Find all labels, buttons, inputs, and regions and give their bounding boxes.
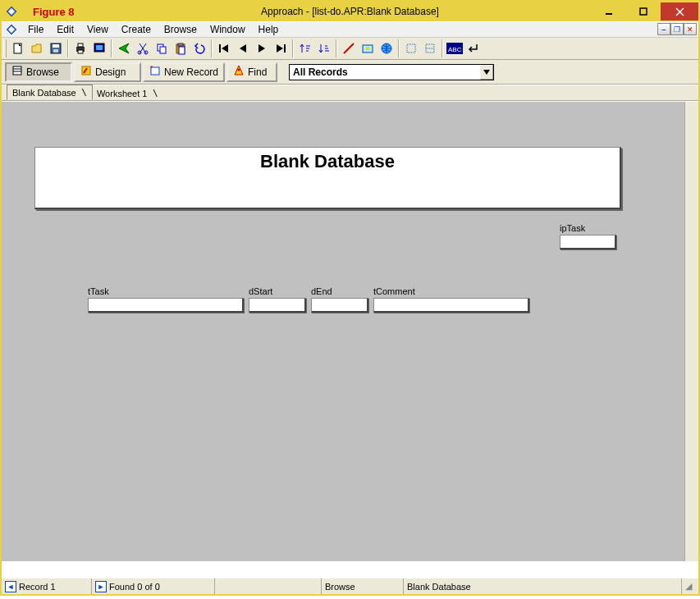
- svg-rect-23: [179, 47, 185, 54]
- svg-rect-29: [284, 44, 286, 53]
- next-page-icon[interactable]: ►: [95, 581, 107, 592]
- paste-icon[interactable]: [172, 39, 190, 57]
- find-mode-icon: [233, 65, 245, 79]
- abc-icon[interactable]: ABC: [446, 39, 464, 57]
- status-docname: Blank Database: [407, 582, 471, 592]
- sort-desc-icon[interactable]: [315, 39, 333, 57]
- design-mode-icon: [80, 65, 92, 79]
- dotted-square2-icon[interactable]: [421, 39, 439, 57]
- enter-icon[interactable]: [464, 39, 483, 57]
- status-mode: Browse: [325, 582, 355, 592]
- tabstrip: Blank Database \ Worksheet 1 \: [2, 85, 698, 101]
- menu-file[interactable]: File: [21, 22, 50, 37]
- last-record-icon[interactable]: [272, 39, 290, 57]
- mdi-close-button[interactable]: ✕: [684, 23, 697, 35]
- svg-rect-16: [96, 45, 103, 50]
- svg-marker-46: [483, 70, 490, 75]
- svg-rect-14: [78, 50, 83, 53]
- dotted-square-icon[interactable]: [402, 39, 420, 57]
- tab-worksheet-1[interactable]: Worksheet 1 \: [92, 86, 163, 100]
- svg-rect-22: [178, 43, 183, 46]
- input-tcomment[interactable]: [373, 298, 529, 313]
- toolbar-grip[interactable]: [3, 39, 7, 57]
- new-record-label: New Record: [164, 66, 218, 78]
- menu-browse[interactable]: Browse: [158, 22, 204, 37]
- globe-icon[interactable]: [377, 39, 396, 57]
- input-ttask[interactable]: [88, 298, 244, 313]
- input-iptask[interactable]: [560, 235, 616, 249]
- svg-point-32: [366, 47, 369, 50]
- svg-rect-20: [160, 47, 166, 53]
- svg-line-30: [344, 43, 354, 53]
- find-button[interactable]: Find: [226, 62, 277, 82]
- label-dend: dEnd: [311, 286, 332, 296]
- menu-create[interactable]: Create: [115, 22, 158, 37]
- cut-icon[interactable]: [134, 39, 152, 57]
- browse-mode-label: Browse: [26, 66, 59, 78]
- svg-rect-24: [219, 44, 221, 53]
- modebar: Browse Design New Record Find All Record…: [2, 60, 698, 85]
- browse-mode-button[interactable]: Browse: [5, 62, 72, 82]
- next-record-icon[interactable]: [253, 39, 271, 57]
- input-dend[interactable]: [311, 298, 368, 313]
- label-ttask: tTask: [88, 286, 109, 296]
- svg-marker-28: [277, 44, 283, 53]
- copy-icon[interactable]: [153, 39, 171, 57]
- insert-object-icon[interactable]: [359, 39, 377, 57]
- status-record: Record 1: [19, 582, 56, 592]
- svg-point-45: [238, 69, 240, 71]
- resize-grip-icon[interactable]: ◢: [685, 581, 692, 592]
- titlebar: Figure 8 Approach - [list-do.APR:Blank D…: [2, 2, 698, 21]
- menu-view[interactable]: View: [80, 22, 115, 37]
- tab2-label: Worksheet 1: [97, 89, 148, 98]
- new-file-icon[interactable]: [9, 39, 27, 57]
- send-icon[interactable]: [115, 39, 133, 57]
- print-preview-icon[interactable]: [90, 39, 108, 57]
- form-area: Blank Database ipTask tTask dStart dEnd …: [2, 101, 698, 561]
- prev-record-icon[interactable]: [234, 39, 252, 57]
- svg-point-18: [144, 51, 148, 54]
- tab1-label: Blank Database: [12, 88, 76, 98]
- undo-icon[interactable]: [190, 39, 208, 57]
- menubar: File Edit View Create Browse Window Help…: [2, 21, 698, 38]
- first-record-icon[interactable]: [215, 39, 233, 57]
- svg-rect-43: [151, 67, 159, 75]
- sort-asc-icon[interactable]: [296, 39, 314, 57]
- svg-rect-10: [53, 44, 59, 48]
- new-record-button[interactable]: New Record: [143, 62, 225, 82]
- vertical-scrollbar[interactable]: [684, 102, 698, 561]
- toolbar: ABC: [2, 38, 698, 60]
- input-dstart[interactable]: [249, 298, 306, 313]
- svg-marker-25: [222, 44, 228, 53]
- tab-divider: \: [76, 87, 87, 98]
- menu-edit[interactable]: Edit: [50, 22, 80, 37]
- prev-page-icon[interactable]: ◄: [5, 581, 16, 592]
- design-mode-label: Design: [95, 66, 126, 78]
- form-title: Blank Database: [260, 151, 395, 171]
- mdi-restore-button[interactable]: ❐: [670, 23, 684, 35]
- label-tcomment: tComment: [373, 286, 415, 296]
- form-title-box: Blank Database: [34, 147, 621, 209]
- no-filter-icon[interactable]: [340, 39, 358, 57]
- svg-rect-39: [13, 66, 21, 75]
- save-icon[interactable]: [47, 39, 65, 57]
- browse-mode-icon: [11, 65, 23, 79]
- chevron-down-icon: [480, 65, 493, 80]
- design-mode-button[interactable]: Design: [74, 62, 141, 82]
- menu-window[interactable]: Window: [204, 22, 252, 37]
- label-dstart: dStart: [249, 286, 272, 296]
- mdi-minimize-button[interactable]: ‒: [657, 23, 670, 35]
- doc-icon: [5, 23, 18, 36]
- records-combo[interactable]: All Records: [289, 64, 494, 80]
- print-icon[interactable]: [71, 39, 89, 57]
- menu-help[interactable]: Help: [252, 22, 286, 37]
- find-label: Find: [248, 66, 267, 78]
- status-found: Found 0 of 0: [109, 582, 160, 592]
- records-combo-value: All Records: [293, 66, 348, 78]
- window-title: Approach - [list-do.APR:Blank Database]: [2, 6, 698, 17]
- open-file-icon[interactable]: [28, 39, 46, 57]
- tab-blank-database[interactable]: Blank Database \: [7, 85, 93, 100]
- label-iptask: ipTask: [560, 223, 585, 233]
- svg-text:ABC: ABC: [448, 46, 462, 53]
- tab-divider: \: [147, 88, 158, 98]
